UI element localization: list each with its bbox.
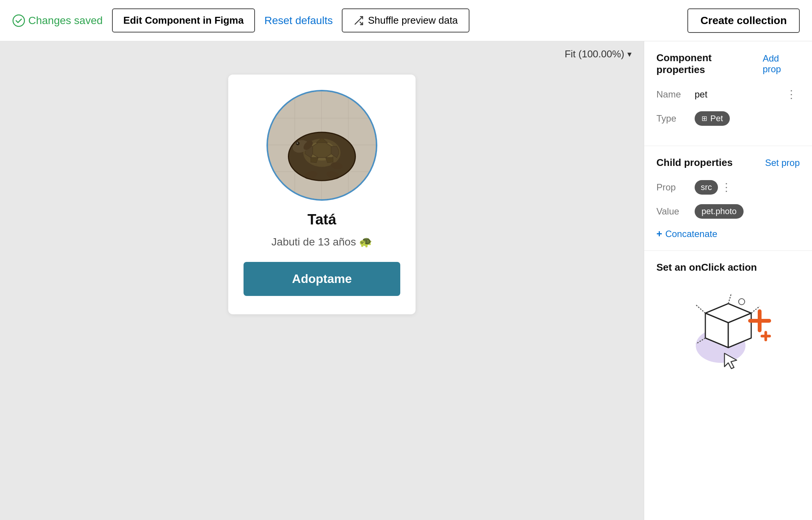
fit-bar: Fit (100.00%) ▾ [0,41,644,67]
child-properties-section: Child properties Set prop Prop src ⋮ Val… [644,146,812,251]
shuffle-label: Shuffle preview data [368,15,458,26]
reset-defaults-button[interactable]: Reset defaults [264,15,333,27]
onclick-title: Set an onClick action [656,262,757,273]
value-photo-badge: pet.photo [695,204,744,219]
check-circle-icon [12,14,25,27]
right-panel: Component properties Add prop Name pet ⋮… [644,41,812,520]
component-properties-section: Component properties Add prop Name pet ⋮… [644,41,812,146]
pet-name: Tatá [307,211,336,228]
svg-line-26 [728,293,731,304]
adopt-button[interactable]: Adoptame [244,262,400,296]
component-properties-header: Component properties Add prop [656,52,800,76]
value-label: Value [656,206,695,217]
table-icon: ⊞ [702,114,707,123]
add-prop-link[interactable]: Add prop [763,53,800,75]
name-value: pet [695,89,783,100]
concatenate-label: Concatenate [665,229,717,239]
create-collection-button[interactable]: Create collection [687,8,800,33]
main-content: Fit (100.00%) ▾ [0,41,812,520]
onclick-illustration [656,286,800,370]
concatenate-button[interactable]: + Concatenate [656,228,800,240]
pet-card: Tatá Jabuti de 13 años 🐢 Adoptame [228,75,416,314]
type-label: Type [656,113,695,124]
child-properties-title: Child properties [656,157,732,169]
pet-avatar [266,90,377,201]
prop-label: Prop [656,182,695,193]
canvas-area: Fit (100.00%) ▾ [0,41,644,520]
prop-menu-icon[interactable]: ⋮ [718,179,735,195]
prop-row: Prop src ⋮ [656,179,800,195]
tortoise-image [268,91,376,199]
value-row: Value pet.photo [656,204,800,219]
pet-description: Jabuti de 13 años 🐢 [271,236,372,248]
changes-saved-indicator: Changes saved [12,14,103,27]
svg-point-15 [297,142,298,144]
shuffle-icon [353,15,364,26]
plus-icon: + [656,228,662,240]
onclick-cube-icon [675,286,782,370]
svg-point-0 [13,15,24,26]
onclick-section: Set an onClick action [644,251,812,381]
prop-src-badge: src [695,180,718,195]
svg-point-29 [739,299,745,305]
set-prop-link[interactable]: Set prop [765,158,800,168]
fit-label: Fit (100.00%) [565,48,624,60]
chevron-down-icon[interactable]: ▾ [627,49,632,59]
component-properties-title: Component properties [656,52,763,76]
type-badge-text: Pet [710,114,723,123]
name-prop-row: Name pet ⋮ [656,86,800,102]
top-bar: Changes saved Edit Component in Figma Re… [0,0,812,41]
edit-figma-button[interactable]: Edit Component in Figma [112,8,255,32]
changes-saved-text: Changes saved [28,15,103,27]
type-prop-row: Type ⊞ Pet [656,111,800,126]
svg-line-25 [696,305,705,313]
shuffle-preview-button[interactable]: Shuffle preview data [342,8,469,32]
name-menu-icon[interactable]: ⋮ [783,86,800,102]
name-label: Name [656,89,695,100]
type-badge: ⊞ Pet [695,111,730,126]
child-properties-header: Child properties Set prop [656,157,800,169]
